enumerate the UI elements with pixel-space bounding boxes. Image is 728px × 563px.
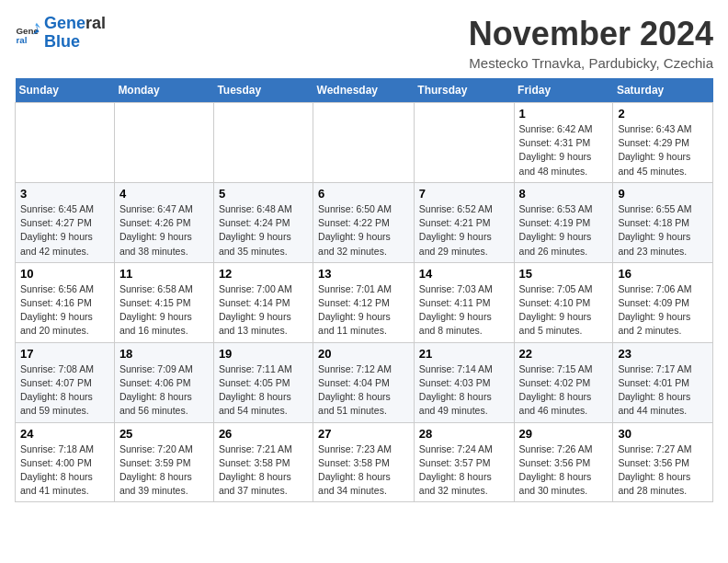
- day-info: Sunrise: 6:58 AM Sunset: 4:15 PM Dayligh…: [119, 282, 209, 339]
- day-number: 20: [318, 347, 409, 361]
- weekday-header-monday: Monday: [114, 78, 213, 103]
- day-number: 8: [519, 187, 609, 201]
- calendar-cell: 27Sunrise: 7:23 AM Sunset: 3:58 PM Dayli…: [313, 422, 415, 502]
- day-number: 18: [119, 347, 209, 361]
- day-number: 17: [20, 347, 109, 361]
- day-info: Sunrise: 7:03 AM Sunset: 4:11 PM Dayligh…: [419, 282, 509, 339]
- day-number: 11: [119, 267, 209, 281]
- calendar-cell: [414, 103, 514, 183]
- weekday-header-tuesday: Tuesday: [213, 78, 313, 103]
- location-title: Mestecko Trnavka, Pardubicky, Czechia: [469, 55, 713, 71]
- calendar-cell: 16Sunrise: 7:06 AM Sunset: 4:09 PM Dayli…: [613, 262, 713, 342]
- day-info: Sunrise: 7:15 AM Sunset: 4:02 PM Dayligh…: [519, 362, 609, 419]
- day-number: 15: [519, 267, 609, 281]
- day-info: Sunrise: 7:09 AM Sunset: 4:06 PM Dayligh…: [119, 362, 209, 419]
- calendar-cell: 23Sunrise: 7:17 AM Sunset: 4:01 PM Dayli…: [613, 342, 713, 422]
- calendar-cell: 17Sunrise: 7:08 AM Sunset: 4:07 PM Dayli…: [16, 342, 115, 422]
- calendar-cell: 22Sunrise: 7:15 AM Sunset: 4:02 PM Dayli…: [514, 342, 613, 422]
- day-number: 7: [419, 187, 509, 201]
- month-title: November 2024: [469, 15, 713, 53]
- calendar-cell: 7Sunrise: 6:52 AM Sunset: 4:21 PM Daylig…: [414, 182, 514, 262]
- day-number: 6: [318, 187, 409, 201]
- week-row-2: 3Sunrise: 6:45 AM Sunset: 4:27 PM Daylig…: [16, 182, 713, 262]
- week-row-5: 24Sunrise: 7:18 AM Sunset: 4:00 PM Dayli…: [16, 422, 713, 502]
- calendar-cell: [213, 103, 313, 183]
- day-number: 30: [618, 427, 708, 441]
- calendar-cell: [114, 103, 213, 183]
- day-info: Sunrise: 7:21 AM Sunset: 3:58 PM Dayligh…: [219, 442, 308, 499]
- logo-icon: Gene ral: [15, 20, 40, 46]
- calendar-cell: 20Sunrise: 7:12 AM Sunset: 4:04 PM Dayli…: [313, 342, 415, 422]
- day-number: 1: [519, 107, 609, 121]
- day-info: Sunrise: 7:12 AM Sunset: 4:04 PM Dayligh…: [318, 362, 409, 419]
- day-info: Sunrise: 7:05 AM Sunset: 4:10 PM Dayligh…: [519, 282, 609, 339]
- day-info: Sunrise: 7:27 AM Sunset: 3:56 PM Dayligh…: [618, 442, 708, 499]
- calendar-cell: 15Sunrise: 7:05 AM Sunset: 4:10 PM Dayli…: [514, 262, 613, 342]
- day-number: 10: [20, 267, 109, 281]
- weekday-header-row: SundayMondayTuesdayWednesdayThursdayFrid…: [16, 78, 713, 103]
- day-info: Sunrise: 7:11 AM Sunset: 4:05 PM Dayligh…: [219, 362, 308, 419]
- calendar-cell: 2Sunrise: 6:43 AM Sunset: 4:29 PM Daylig…: [613, 103, 713, 183]
- day-number: 28: [419, 427, 509, 441]
- weekday-header-thursday: Thursday: [414, 78, 514, 103]
- day-number: 4: [119, 187, 209, 201]
- calendar-table: SundayMondayTuesdayWednesdayThursdayFrid…: [15, 78, 713, 502]
- day-info: Sunrise: 7:24 AM Sunset: 3:57 PM Dayligh…: [419, 442, 509, 499]
- day-number: 29: [519, 427, 609, 441]
- day-info: Sunrise: 6:43 AM Sunset: 4:29 PM Dayligh…: [618, 122, 708, 178]
- calendar-cell: 24Sunrise: 7:18 AM Sunset: 4:00 PM Dayli…: [16, 422, 115, 502]
- day-number: 16: [618, 267, 708, 281]
- day-info: Sunrise: 7:17 AM Sunset: 4:01 PM Dayligh…: [618, 362, 708, 419]
- day-number: 27: [318, 427, 409, 441]
- weekday-header-saturday: Saturday: [613, 78, 713, 103]
- calendar-cell: [313, 103, 415, 183]
- day-info: Sunrise: 6:56 AM Sunset: 4:16 PM Dayligh…: [20, 282, 109, 339]
- day-number: 25: [119, 427, 209, 441]
- svg-text:ral: ral: [16, 35, 27, 45]
- calendar-cell: 10Sunrise: 6:56 AM Sunset: 4:16 PM Dayli…: [16, 262, 115, 342]
- day-number: 23: [618, 347, 708, 361]
- day-info: Sunrise: 7:23 AM Sunset: 3:58 PM Dayligh…: [318, 442, 409, 499]
- day-info: Sunrise: 7:18 AM Sunset: 4:00 PM Dayligh…: [20, 442, 109, 499]
- calendar-cell: 26Sunrise: 7:21 AM Sunset: 3:58 PM Dayli…: [213, 422, 313, 502]
- calendar-cell: [16, 103, 115, 183]
- calendar-cell: 30Sunrise: 7:27 AM Sunset: 3:56 PM Dayli…: [613, 422, 713, 502]
- week-row-1: 1Sunrise: 6:42 AM Sunset: 4:31 PM Daylig…: [16, 103, 713, 183]
- day-number: 2: [618, 107, 708, 121]
- logo-text: GeneralBlue: [44, 15, 106, 52]
- calendar-cell: 13Sunrise: 7:01 AM Sunset: 4:12 PM Dayli…: [313, 262, 415, 342]
- day-number: 14: [419, 267, 509, 281]
- day-number: 24: [20, 427, 109, 441]
- calendar-cell: 5Sunrise: 6:48 AM Sunset: 4:24 PM Daylig…: [213, 182, 313, 262]
- week-row-3: 10Sunrise: 6:56 AM Sunset: 4:16 PM Dayli…: [16, 262, 713, 342]
- week-row-4: 17Sunrise: 7:08 AM Sunset: 4:07 PM Dayli…: [16, 342, 713, 422]
- day-number: 5: [219, 187, 308, 201]
- calendar-cell: 1Sunrise: 6:42 AM Sunset: 4:31 PM Daylig…: [514, 103, 613, 183]
- day-info: Sunrise: 6:45 AM Sunset: 4:27 PM Dayligh…: [20, 202, 109, 259]
- title-block: November 2024 Mestecko Trnavka, Pardubic…: [469, 15, 713, 71]
- day-info: Sunrise: 7:26 AM Sunset: 3:56 PM Dayligh…: [519, 442, 609, 499]
- calendar-cell: 8Sunrise: 6:53 AM Sunset: 4:19 PM Daylig…: [514, 182, 613, 262]
- day-info: Sunrise: 7:08 AM Sunset: 4:07 PM Dayligh…: [20, 362, 109, 419]
- day-number: 21: [419, 347, 509, 361]
- day-info: Sunrise: 7:06 AM Sunset: 4:09 PM Dayligh…: [618, 282, 708, 339]
- day-number: 3: [20, 187, 109, 201]
- calendar-cell: 19Sunrise: 7:11 AM Sunset: 4:05 PM Dayli…: [213, 342, 313, 422]
- calendar-cell: 29Sunrise: 7:26 AM Sunset: 3:56 PM Dayli…: [514, 422, 613, 502]
- day-info: Sunrise: 6:50 AM Sunset: 4:22 PM Dayligh…: [318, 202, 409, 259]
- day-info: Sunrise: 6:52 AM Sunset: 4:21 PM Dayligh…: [419, 202, 509, 259]
- day-info: Sunrise: 6:48 AM Sunset: 4:24 PM Dayligh…: [219, 202, 308, 259]
- calendar-cell: 3Sunrise: 6:45 AM Sunset: 4:27 PM Daylig…: [16, 182, 115, 262]
- weekday-header-wednesday: Wednesday: [313, 78, 415, 103]
- day-info: Sunrise: 6:53 AM Sunset: 4:19 PM Dayligh…: [519, 202, 609, 259]
- calendar-cell: 9Sunrise: 6:55 AM Sunset: 4:18 PM Daylig…: [613, 182, 713, 262]
- calendar-cell: 28Sunrise: 7:24 AM Sunset: 3:57 PM Dayli…: [414, 422, 514, 502]
- day-number: 13: [318, 267, 409, 281]
- day-info: Sunrise: 6:42 AM Sunset: 4:31 PM Dayligh…: [519, 122, 609, 178]
- day-number: 22: [519, 347, 609, 361]
- calendar-cell: 18Sunrise: 7:09 AM Sunset: 4:06 PM Dayli…: [114, 342, 213, 422]
- calendar-cell: 11Sunrise: 6:58 AM Sunset: 4:15 PM Dayli…: [114, 262, 213, 342]
- page-header: Gene ral GeneralBlue November 2024 Meste…: [15, 15, 713, 71]
- calendar-cell: 12Sunrise: 7:00 AM Sunset: 4:14 PM Dayli…: [213, 262, 313, 342]
- day-info: Sunrise: 7:00 AM Sunset: 4:14 PM Dayligh…: [219, 282, 308, 339]
